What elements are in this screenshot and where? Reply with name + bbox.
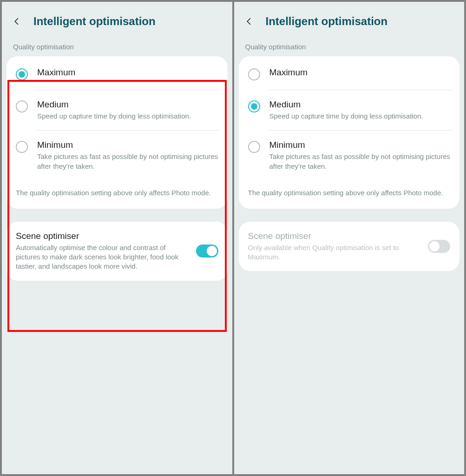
radio-maximum[interactable] bbox=[16, 68, 28, 80]
option-medium[interactable]: Medium Speed up capture time by doing le… bbox=[7, 90, 228, 130]
back-button[interactable] bbox=[243, 16, 255, 27]
radio-minimum[interactable] bbox=[16, 141, 28, 153]
quality-options-card: Maximum Medium Speed up capture time by … bbox=[7, 56, 228, 209]
scene-desc: Only available when Quality optimisation… bbox=[248, 243, 421, 262]
option-maximum[interactable]: Maximum bbox=[239, 58, 460, 90]
scene-title: Scene optimiser bbox=[248, 231, 421, 241]
chevron-left-icon bbox=[13, 15, 21, 28]
scene-desc: Automatically optimise the colour and co… bbox=[16, 243, 189, 271]
option-label: Maximum bbox=[269, 67, 451, 78]
radio-medium[interactable] bbox=[16, 100, 28, 112]
section-label: Quality optimisation bbox=[2, 39, 232, 56]
option-desc: Speed up capture time by doing less opti… bbox=[37, 112, 218, 121]
option-medium[interactable]: Medium Speed up capture time by doing le… bbox=[239, 90, 460, 130]
scene-optimiser-card[interactable]: Scene optimiser Only available when Qual… bbox=[239, 222, 460, 271]
option-label: Medium bbox=[37, 99, 218, 110]
section-label: Quality optimisation bbox=[234, 39, 465, 56]
option-maximum[interactable]: Maximum bbox=[7, 58, 228, 90]
option-label: Medium bbox=[269, 99, 451, 110]
option-label: Minimum bbox=[37, 140, 218, 150]
option-minimum[interactable]: Minimum Take pictures as fast as possibl… bbox=[239, 131, 460, 180]
scene-toggle[interactable] bbox=[196, 245, 218, 258]
header: Intelligent optimisation bbox=[2, 2, 232, 39]
chevron-left-icon bbox=[245, 15, 253, 28]
settings-screen-left: Intelligent optimisation Quality optimis… bbox=[2, 2, 232, 474]
radio-medium[interactable] bbox=[248, 100, 260, 112]
scene-toggle bbox=[428, 240, 450, 253]
scene-optimiser-card[interactable]: Scene optimiser Automatically optimise t… bbox=[7, 222, 228, 281]
header: Intelligent optimisation bbox=[234, 2, 465, 39]
option-label: Minimum bbox=[269, 140, 451, 150]
option-label: Maximum bbox=[37, 67, 218, 78]
option-desc: Speed up capture time by doing less opti… bbox=[269, 112, 451, 121]
option-desc: Take pictures as fast as possible by not… bbox=[37, 152, 218, 171]
scene-title: Scene optimiser bbox=[16, 231, 189, 241]
option-desc: Take pictures as fast as possible by not… bbox=[269, 152, 451, 171]
quality-note: The quality optimisation setting above o… bbox=[239, 180, 460, 207]
radio-minimum[interactable] bbox=[248, 141, 260, 153]
page-title: Intelligent optimisation bbox=[266, 15, 388, 28]
back-button[interactable] bbox=[11, 16, 22, 27]
settings-screen-right: Intelligent optimisation Quality optimis… bbox=[234, 2, 465, 474]
quality-note: The quality optimisation setting above o… bbox=[7, 180, 228, 207]
radio-maximum[interactable] bbox=[248, 68, 260, 80]
page-title: Intelligent optimisation bbox=[33, 15, 156, 28]
quality-options-card: Maximum Medium Speed up capture time by … bbox=[239, 56, 460, 209]
option-minimum[interactable]: Minimum Take pictures as fast as possibl… bbox=[7, 131, 228, 180]
